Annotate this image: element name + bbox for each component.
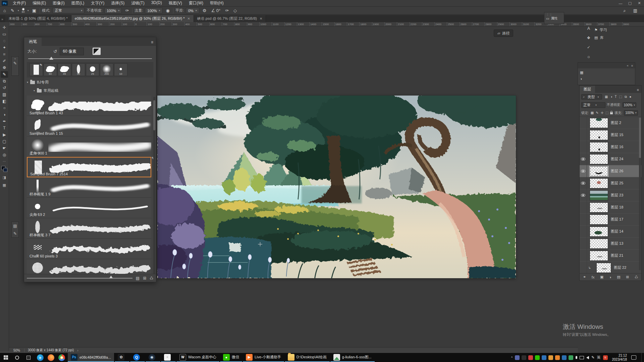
- microphone-icon[interactable]: [576, 356, 577, 359]
- lock-artboard-icon[interactable]: ⬚: [605, 111, 608, 115]
- layer-group-icon[interactable]: ▤: [617, 275, 620, 279]
- visibility-toggle[interactable]: [580, 189, 587, 201]
- brush-preset-row[interactable]: 90 样本画笔 1 134: [27, 259, 151, 274]
- filter-pixel-icon[interactable]: ▦: [605, 95, 608, 99]
- layer-row[interactable]: 图层 2: [580, 117, 641, 129]
- type-tool[interactable]: T: [1, 125, 8, 131]
- color-swatches[interactable]: [1, 166, 7, 172]
- layer-row[interactable]: 图层 21: [580, 250, 641, 262]
- layer-row[interactable]: 图层 17: [580, 214, 641, 226]
- hand-tool[interactable]: ☛: [1, 145, 8, 152]
- brush-preset-row[interactable]: 200 样本画笔 3 7: [27, 218, 151, 239]
- menu-item[interactable]: 选择(S): [108, 0, 127, 7]
- taskbar-window-button[interactable]: Q: [130, 353, 145, 362]
- brush-angle-icon[interactable]: ∠ 0°: [210, 8, 222, 13]
- layer-row[interactable]: 图层 22: [580, 262, 641, 273]
- brush-list-scrollbar[interactable]: [153, 97, 155, 274]
- smoothing-input[interactable]: 0%▾: [186, 8, 199, 13]
- eraser-tool[interactable]: ▨: [1, 91, 8, 98]
- properties-float-panel[interactable]: ⋮⋮ ▭ 属性: [544, 12, 564, 24]
- reset-size-icon[interactable]: ↺: [53, 49, 57, 54]
- canvas-artwork[interactable]: [157, 96, 516, 278]
- layer-row[interactable]: 图层 13: [580, 238, 641, 250]
- visibility-toggle[interactable]: [580, 153, 587, 165]
- background-color-swatch[interactable]: [3, 168, 7, 172]
- symmetry-icon[interactable]: ◇: [232, 8, 238, 13]
- brush-size-slider[interactable]: [28, 57, 152, 61]
- filter-shape-icon[interactable]: ⬚: [619, 95, 622, 99]
- filter-adjustment-icon[interactable]: ◑: [610, 95, 612, 99]
- taskbar-window-button[interactable]: D:\Desktop\AI绘画: [285, 353, 330, 362]
- panel-menu-icon[interactable]: ≡: [148, 40, 156, 46]
- hidden-icons-chevron[interactable]: ^: [511, 356, 513, 359]
- scrollbar-thumb[interactable]: [639, 118, 641, 158]
- slider-thumb[interactable]: [49, 57, 53, 60]
- home-icon[interactable]: ⌂: [2, 8, 7, 13]
- layer-thumbnail[interactable]: [590, 202, 608, 213]
- recent-brush[interactable]: 10: [114, 63, 127, 76]
- layer-row[interactable]: 图层 15: [580, 129, 641, 141]
- brushes-panel-icon[interactable]: ✎: [13, 231, 17, 236]
- layer-name-label[interactable]: 图层 13: [611, 241, 623, 246]
- collapse-panel-icon[interactable]: «: [627, 64, 629, 67]
- shape-tool[interactable]: ▢: [1, 138, 8, 145]
- expand-dock-icon[interactable]: »: [14, 57, 16, 61]
- layer-thumbnail[interactable]: [590, 118, 608, 128]
- visibility-toggle[interactable]: [580, 165, 587, 177]
- layer-thumbnail[interactable]: [590, 166, 608, 176]
- new-layer-icon[interactable]: ⊞: [626, 275, 629, 279]
- layer-fill-input[interactable]: 100%▾: [624, 110, 638, 116]
- document-tab[interactable]: e08c4842ff0d08a45e23f5195af870.jpg @ 50%…: [71, 15, 194, 22]
- check-panel-icon[interactable]: ✓: [587, 45, 590, 50]
- panel-menu-icon[interactable]: ≡: [631, 64, 633, 67]
- visibility-toggle[interactable]: [580, 141, 587, 153]
- layer-row[interactable]: 图层 14: [580, 226, 641, 238]
- swatch-panel-icon[interactable]: ▦: [580, 70, 633, 75]
- maximize-button[interactable]: ▢: [625, 0, 635, 6]
- brush-settings-panel-icon[interactable]: ✎: [13, 61, 17, 66]
- menu-item[interactable]: 编辑(E): [30, 0, 49, 7]
- brush-size-input[interactable]: 60 像素: [60, 48, 84, 55]
- scrollbar-thumb[interactable]: [153, 100, 155, 130]
- layer-name-label[interactable]: 图层 26: [611, 169, 623, 174]
- lock-position-icon[interactable]: ✛: [601, 111, 603, 115]
- pressure-size-icon[interactable]: ✑: [224, 8, 230, 13]
- start-button[interactable]: [0, 353, 11, 362]
- workspace-switcher-icon[interactable]: ▥: [632, 8, 639, 13]
- brush-subfolder-row[interactable]: ▾ 常用起稿: [24, 86, 156, 95]
- photoshop-logo-icon[interactable]: Ps: [2, 1, 8, 6]
- filter-smart-icon[interactable]: ⧉: [625, 95, 627, 99]
- layer-name-label[interactable]: 图层 15: [611, 132, 623, 137]
- sun-panel-icon[interactable]: ☼: [587, 54, 591, 59]
- clone-stamp-tool[interactable]: ⧉: [1, 78, 8, 84]
- speaker-icon[interactable]: [586, 356, 589, 359]
- marquee-tool[interactable]: ▭: [1, 31, 8, 38]
- quick-mask-icon[interactable]: ◨: [3, 175, 6, 180]
- layer-effects-icon[interactable]: fx: [592, 275, 595, 279]
- brush-folder-row[interactable]: ▾ BJ专用: [24, 78, 156, 86]
- learn-panel-button[interactable]: ⚑ 学习: [594, 27, 607, 33]
- flame-icon[interactable]: [555, 355, 560, 360]
- visibility-toggle[interactable]: [580, 117, 587, 129]
- brush-preset-row[interactable]: 300 柔角 300 1: [27, 136, 151, 157]
- edge-icon[interactable]: e: [37, 354, 44, 361]
- taskbar-window-button[interactable]: ▶ Live-小鹅通助手: [243, 353, 284, 362]
- chrome-icon[interactable]: [58, 354, 65, 361]
- properties-label[interactable]: 属性: [551, 16, 557, 21]
- brush-preset-row[interactable]: 70 Sampled Brush 1 15: [27, 116, 151, 136]
- eyedropper-tool[interactable]: ✐: [1, 58, 8, 64]
- dodge-tool[interactable]: ◑: [1, 111, 8, 118]
- folder-tray-icon[interactable]: [548, 355, 553, 360]
- lock-all-icon[interactable]: [610, 112, 613, 114]
- visibility-toggle[interactable]: [580, 214, 587, 226]
- flow-input[interactable]: 100%▾: [145, 8, 162, 13]
- document-tab[interactable]: 未标题-1 @ 50% (图层 4, RGB/8#) * ✕: [5, 15, 71, 22]
- chevron-down-icon[interactable]: ▾: [28, 9, 29, 12]
- taskbar-window-button[interactable]: ◉: [146, 353, 160, 362]
- layer-thumbnail[interactable]: [590, 215, 608, 225]
- search-icon[interactable]: ⌕: [622, 8, 627, 13]
- chevron-down-icon[interactable]: ▾: [18, 9, 19, 12]
- close-tab-icon[interactable]: ✕: [260, 17, 262, 20]
- taskbar-window-button[interactable]: ≡: [161, 353, 176, 362]
- layer-name-label[interactable]: 图层 18: [611, 205, 623, 210]
